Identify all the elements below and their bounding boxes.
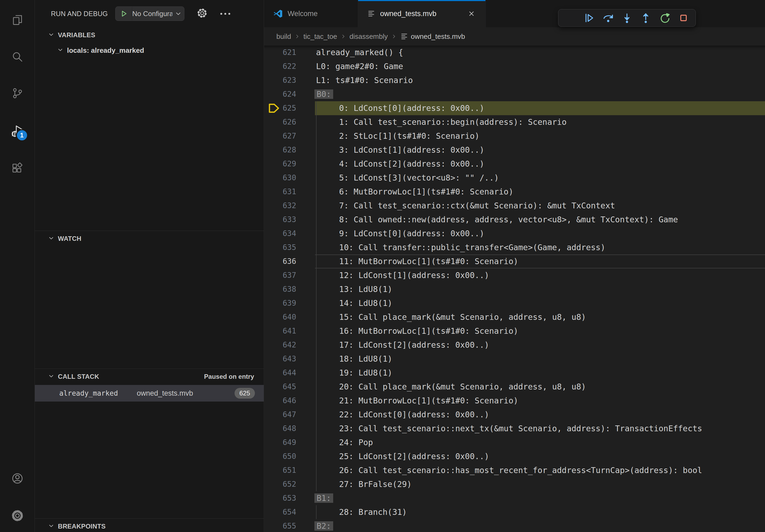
- code-line[interactable]: 6272: StLoc[1](ts#1#0: Scenario): [264, 129, 765, 143]
- more-actions-icon[interactable]: [220, 13, 230, 15]
- line-number[interactable]: 621: [264, 46, 315, 60]
- call-stack-frame[interactable]: already_marked owned_tests.mvb 625: [35, 385, 264, 401]
- line-number[interactable]: 635: [264, 241, 315, 254]
- continue-icon[interactable]: [581, 10, 597, 26]
- line-number[interactable]: 623: [264, 73, 315, 87]
- settings-gear-icon[interactable]: [10, 509, 24, 523]
- code-line[interactable]: 653B1:: [264, 491, 765, 505]
- line-number[interactable]: 655: [264, 519, 315, 532]
- code-line[interactable]: 63611: MutBorrowLoc[1](ts#1#0: Scenario): [264, 254, 765, 268]
- code-line[interactable]: 655B2:: [264, 519, 765, 532]
- line-number[interactable]: 649: [264, 435, 315, 449]
- code-line[interactable]: 63813: LdU8(1): [264, 282, 765, 296]
- breadcrumb-item[interactable]: owned_tests.mvb: [400, 32, 465, 41]
- breakpoints-section-header[interactable]: BREAKPOINTS: [35, 519, 264, 532]
- explorer-icon[interactable]: [10, 13, 24, 27]
- code-line[interactable]: 65428: Branch(31): [264, 505, 765, 519]
- line-number[interactable]: 642: [264, 338, 315, 352]
- code-line[interactable]: 6283: LdConst[1](address: 0x00..): [264, 143, 765, 157]
- line-number[interactable]: 638: [264, 282, 315, 296]
- code-line[interactable]: 63712: LdConst[1](address: 0x00..): [264, 268, 765, 282]
- step-into-icon[interactable]: [619, 10, 635, 26]
- code-line[interactable]: 64116: MutBorrowLoc[1](ts#1#0: Scenario): [264, 324, 765, 338]
- code-line[interactable]: 622L0: game#2#0: Game: [264, 60, 765, 73]
- code-line[interactable]: 64520: Call place_mark(&mut Scenario, ad…: [264, 380, 765, 394]
- line-number[interactable]: 632: [264, 199, 315, 213]
- line-number[interactable]: 654: [264, 505, 315, 519]
- code-line[interactable]: 64318: LdU8(1): [264, 352, 765, 366]
- line-number[interactable]: 648: [264, 421, 315, 435]
- configure-gear-icon[interactable]: [197, 8, 208, 20]
- line-number[interactable]: 633: [264, 213, 315, 227]
- line-number[interactable]: 653: [264, 491, 315, 505]
- line-number[interactable]: 625: [264, 101, 315, 115]
- breadcrumb-item[interactable]: build: [276, 32, 291, 41]
- line-number[interactable]: 636: [264, 254, 315, 268]
- tab-Welcome[interactable]: Welcome: [264, 0, 358, 27]
- start-debugging-icon[interactable]: [116, 7, 132, 21]
- code-line[interactable]: 6294: LdConst[2](address: 0x00..): [264, 157, 765, 171]
- line-number[interactable]: 644: [264, 366, 315, 380]
- step-out-icon[interactable]: [638, 10, 653, 26]
- line-number[interactable]: 639: [264, 296, 315, 310]
- code-line[interactable]: 64419: LdU8(1): [264, 366, 765, 380]
- code-line[interactable]: 6327: Call test_scenario::ctx(&mut Scena…: [264, 199, 765, 213]
- restart-icon[interactable]: [657, 10, 672, 26]
- stop-icon[interactable]: [676, 10, 691, 26]
- line-number[interactable]: 631: [264, 185, 315, 199]
- line-number[interactable]: 630: [264, 171, 315, 185]
- watch-section-header[interactable]: WATCH: [35, 231, 264, 246]
- run-and-debug-icon[interactable]: 1: [10, 124, 24, 138]
- line-number[interactable]: 629: [264, 157, 315, 171]
- line-number[interactable]: 646: [264, 394, 315, 408]
- step-over-icon[interactable]: [600, 10, 616, 26]
- line-number[interactable]: 641: [264, 324, 315, 338]
- line-number[interactable]: 628: [264, 143, 315, 157]
- close-icon[interactable]: [467, 9, 476, 19]
- line-number[interactable]: 634: [264, 227, 315, 241]
- code-line[interactable]: 63914: LdU8(1): [264, 296, 765, 310]
- code-line[interactable]: 64722: LdConst[0](address: 0x00..): [264, 408, 765, 421]
- line-number[interactable]: 650: [264, 449, 315, 463]
- tab-owned_tests.mvb[interactable]: owned_tests.mvb: [358, 0, 486, 27]
- code-line[interactable]: 6338: Call owned::new(address, address, …: [264, 213, 765, 227]
- code-line[interactable]: 64217: LdConst[2](address: 0x00..): [264, 338, 765, 352]
- code-line[interactable]: 6261: Call test_scenario::begin(address)…: [264, 115, 765, 129]
- variables-scope-row[interactable]: locals: already_marked: [35, 43, 264, 58]
- code-line[interactable]: 64015: Call place_mark(&mut Scenario, ad…: [264, 310, 765, 324]
- source-control-icon[interactable]: [10, 86, 24, 100]
- extensions-icon[interactable]: [10, 161, 24, 175]
- variables-section-header[interactable]: VARIABLES: [35, 27, 264, 43]
- breadcrumb-item[interactable]: tic_tac_toe: [304, 32, 337, 41]
- code-line[interactable]: 64621: MutBorrowLoc[1](ts#1#0: Scenario): [264, 394, 765, 408]
- breadcrumb-item[interactable]: disassembly: [350, 32, 388, 41]
- line-number[interactable]: 643: [264, 352, 315, 366]
- code-line[interactable]: 6305: LdConst[3](vector<u8>: "" /..): [264, 171, 765, 185]
- code-lines[interactable]: 621already_marked() {622L0: game#2#0: Ga…: [264, 46, 765, 532]
- code-line[interactable]: 65227: BrFalse(29): [264, 477, 765, 491]
- line-number[interactable]: 627: [264, 129, 315, 143]
- search-icon[interactable]: [10, 50, 24, 64]
- toolbar-drag-gripper[interactable]: [563, 10, 578, 26]
- line-number[interactable]: 624: [264, 87, 315, 101]
- line-number[interactable]: 637: [264, 268, 315, 282]
- line-number[interactable]: 626: [264, 115, 315, 129]
- line-number[interactable]: 651: [264, 463, 315, 477]
- code-line[interactable]: 65025: LdConst[2](address: 0x00..): [264, 449, 765, 463]
- run-config-dropdown[interactable]: No Configura: [115, 6, 184, 21]
- account-icon[interactable]: [10, 471, 24, 485]
- code-line[interactable]: 624B0:: [264, 87, 765, 101]
- line-number[interactable]: 640: [264, 310, 315, 324]
- code-line[interactable]: 64924: Pop: [264, 435, 765, 449]
- code-line[interactable]: 6349: LdConst[0](address: 0x00..): [264, 227, 765, 241]
- code-line[interactable]: 65126: Call test_scenario::has_most_rece…: [264, 463, 765, 477]
- code-line[interactable]: 6316: MutBorrowLoc[1](ts#1#0: Scenario): [264, 185, 765, 199]
- code-line[interactable]: 6250: LdConst[0](address: 0x00..): [264, 101, 765, 115]
- line-number[interactable]: 652: [264, 477, 315, 491]
- code-line[interactable]: 64823: Call test_scenario::next_tx(&mut …: [264, 421, 765, 435]
- line-number[interactable]: 645: [264, 380, 315, 394]
- line-number[interactable]: 647: [264, 408, 315, 421]
- line-number[interactable]: 622: [264, 60, 315, 73]
- code-line[interactable]: 621already_marked() {: [264, 46, 765, 60]
- call-stack-section-header[interactable]: CALL STACK Paused on entry: [35, 369, 264, 385]
